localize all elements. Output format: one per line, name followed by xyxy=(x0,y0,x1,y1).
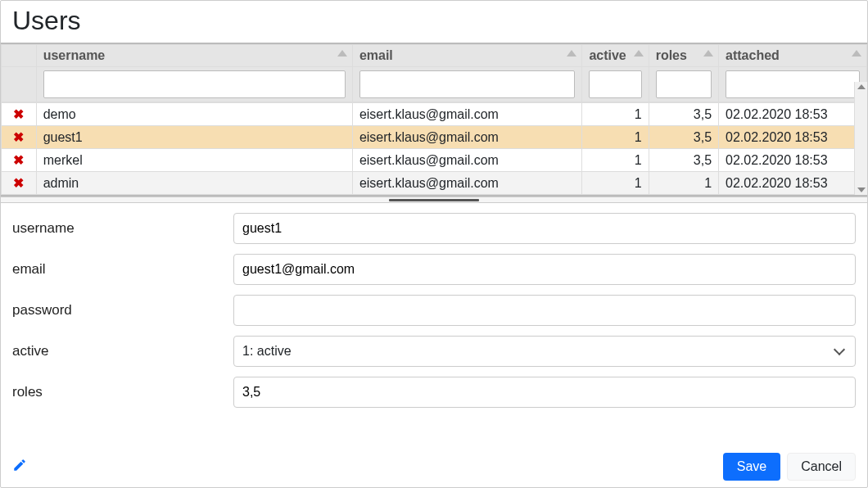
save-button[interactable]: Save xyxy=(723,453,780,481)
label-roles: roles xyxy=(12,384,233,400)
users-grid: username email active roles attached xyxy=(1,43,867,197)
edit-form: username email password active 1: active… xyxy=(1,203,867,453)
col-username[interactable]: username xyxy=(36,45,352,67)
chevron-down-icon xyxy=(834,344,845,355)
splitter-handle-icon xyxy=(389,199,479,201)
cell-email: eisert.klaus@gmail.com xyxy=(352,172,582,195)
users-admin-frame: Users username email active roles attach… xyxy=(0,0,868,488)
col-email[interactable]: email xyxy=(352,45,582,67)
cell-attached: 02.02.2020 18:53 xyxy=(719,126,867,149)
delete-row-button[interactable]: ✖ xyxy=(2,103,37,126)
table-row[interactable]: ✖demoeisert.klaus@gmail.com13,502.02.202… xyxy=(2,103,867,126)
sort-icon xyxy=(337,50,347,56)
cell-roles: 1 xyxy=(649,172,718,195)
cell-active: 1 xyxy=(582,172,649,195)
table-row[interactable]: ✖admineisert.klaus@gmail.com1102.02.2020… xyxy=(2,172,867,195)
label-email: email xyxy=(12,261,233,278)
col-email-label: email xyxy=(359,48,393,62)
cell-email: eisert.klaus@gmail.com xyxy=(352,149,582,172)
table-row[interactable]: ✖guest1eisert.klaus@gmail.com13,502.02.2… xyxy=(2,126,867,149)
filter-row xyxy=(2,67,867,102)
filter-delete-cell xyxy=(2,67,37,102)
input-email[interactable] xyxy=(233,254,856,285)
page-title: Users xyxy=(1,1,867,43)
cell-email: eisert.klaus@gmail.com xyxy=(352,103,582,126)
delete-row-button[interactable]: ✖ xyxy=(2,172,37,195)
cell-roles: 3,5 xyxy=(649,103,718,126)
pencil-icon[interactable] xyxy=(12,458,27,476)
cancel-button[interactable]: Cancel xyxy=(787,453,856,481)
col-active[interactable]: active xyxy=(582,45,649,67)
horizontal-splitter[interactable] xyxy=(1,197,867,203)
cell-active: 1 xyxy=(582,103,649,126)
col-username-label: username xyxy=(43,48,106,62)
col-delete xyxy=(2,45,37,67)
select-active[interactable]: 1: active xyxy=(233,336,856,367)
users-table: username email active roles attached xyxy=(1,44,867,102)
vertical-scrollbar[interactable] xyxy=(854,82,867,195)
sort-icon xyxy=(703,50,713,56)
input-password[interactable] xyxy=(233,295,856,326)
filter-username[interactable] xyxy=(43,70,346,98)
cell-attached: 02.02.2020 18:53 xyxy=(719,103,867,126)
cell-attached: 02.02.2020 18:53 xyxy=(719,149,867,172)
form-footer: Save Cancel xyxy=(1,453,867,487)
cell-username: demo xyxy=(36,103,352,126)
filter-active[interactable] xyxy=(589,70,641,98)
filter-email[interactable] xyxy=(359,70,576,98)
grid-body-viewport: ✖demoeisert.klaus@gmail.com13,502.02.202… xyxy=(1,102,867,195)
scroll-down-icon xyxy=(857,188,866,192)
label-password: password xyxy=(12,302,233,319)
filter-roles[interactable] xyxy=(656,70,712,98)
cell-email: eisert.klaus@gmail.com xyxy=(352,126,582,149)
select-active-value: 1: active xyxy=(242,344,292,359)
col-active-label: active xyxy=(589,48,626,62)
input-username[interactable] xyxy=(233,213,856,244)
cell-roles: 3,5 xyxy=(649,149,718,172)
label-username: username xyxy=(12,220,233,237)
cell-active: 1 xyxy=(582,126,649,149)
delete-row-button[interactable]: ✖ xyxy=(2,149,37,172)
cell-active: 1 xyxy=(582,149,649,172)
col-roles-label: roles xyxy=(656,48,687,62)
input-roles[interactable] xyxy=(233,377,856,408)
col-roles[interactable]: roles xyxy=(649,45,718,67)
cell-username: guest1 xyxy=(36,126,352,149)
cell-attached: 02.02.2020 18:53 xyxy=(719,172,867,195)
scroll-up-icon xyxy=(857,84,866,89)
table-row[interactable]: ✖merkeleisert.klaus@gmail.com13,502.02.2… xyxy=(2,149,867,172)
sort-icon xyxy=(634,50,644,56)
filter-attached[interactable] xyxy=(726,70,860,98)
label-active: active xyxy=(12,343,233,359)
col-attached-label: attached xyxy=(726,48,780,62)
sort-icon xyxy=(852,50,861,56)
users-table-body: ✖demoeisert.klaus@gmail.com13,502.02.202… xyxy=(1,102,867,195)
delete-row-button[interactable]: ✖ xyxy=(2,126,37,149)
header-row: username email active roles attached xyxy=(2,45,867,67)
cell-username: admin xyxy=(36,172,352,195)
cell-username: merkel xyxy=(36,149,352,172)
cell-roles: 3,5 xyxy=(649,126,718,149)
col-attached[interactable]: attached xyxy=(719,45,867,67)
sort-icon xyxy=(567,50,576,56)
